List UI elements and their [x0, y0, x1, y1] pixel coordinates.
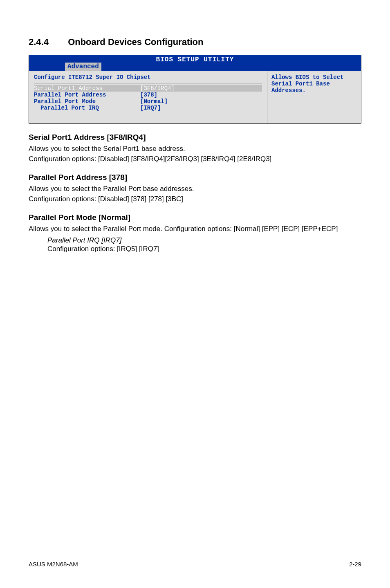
bios-option-value: [378]	[140, 92, 262, 98]
text-pirq-options: Configuration options: [IRQ5] [IRQ7]	[47, 245, 361, 254]
bios-option-row[interactable]: Parallel Port Address[378]	[34, 92, 262, 98]
bios-help-text: Allows BIOS to Select Serial Port1 Base …	[271, 74, 343, 94]
bios-title: BIOS SETUP UTILITY	[156, 56, 234, 63]
document-page: 2.4.4 Onboard Devices Configuration BIOS…	[0, 0, 390, 588]
section-number: 2.4.4	[29, 37, 65, 47]
bios-options-panel: Configure ITE8712 Super IO Chipset Seria…	[29, 71, 267, 123]
bios-option-row[interactable]: Parallel Port Mode[Normal]	[34, 98, 262, 105]
sub-option-block: Parallel Port IRQ [IRQ7] Configuration o…	[47, 236, 361, 254]
bios-body: Configure ITE8712 Super IO Chipset Seria…	[29, 71, 361, 123]
footer-page-number: 2-29	[349, 561, 361, 568]
footer-product: ASUS M2N68-AM	[29, 561, 78, 568]
bios-option-value: [IRQ7]	[140, 105, 262, 111]
bios-option-value: [3F8/IRQ4]	[140, 85, 262, 92]
bios-panel-title: Configure ITE8712 Super IO Chipset	[34, 74, 262, 83]
heading-serial-port1: Serial Port1 Address [3F8/IRQ4]	[29, 133, 361, 142]
heading-parallel-mode: Parallel Port Mode [Normal]	[29, 213, 361, 222]
bios-option-value: [Normal]	[140, 98, 262, 105]
bios-option-label: Serial Port1 Address	[34, 85, 140, 92]
subheading-parallel-irq: Parallel Port IRQ [IRQ7]	[47, 236, 361, 245]
bios-help-panel: Allows BIOS to Select Serial Port1 Base …	[267, 71, 361, 123]
bios-header: BIOS SETUP UTILITY Advanced	[29, 55, 361, 71]
text-serial-desc: Allows you to select the Serial Port1 ba…	[29, 144, 361, 154]
text-paddr-desc: Allows you to select the Parallel Port b…	[29, 184, 361, 194]
text-pmode-desc: Allows you to select the Parallel Port m…	[29, 224, 361, 234]
bios-option-label: Parallel Port Mode	[34, 98, 140, 105]
section-title: 2.4.4 Onboard Devices Configuration	[29, 37, 361, 47]
bios-option-label: Parallel Port Address	[34, 92, 140, 98]
bios-option-row[interactable]: Serial Port1 Address[3F8/IRQ4]	[34, 85, 262, 92]
bios-option-label: Parallel Port IRQ	[34, 105, 140, 111]
section-heading: Onboard Devices Configuration	[68, 37, 203, 47]
heading-parallel-address: Parallel Port Address [378]	[29, 173, 361, 182]
bios-window: BIOS SETUP UTILITY Advanced Configure IT…	[29, 55, 361, 124]
bios-option-row[interactable]: Parallel Port IRQ[IRQ7]	[34, 105, 262, 111]
text-serial-options: Configuration options: [Disabled] [3F8/I…	[29, 155, 361, 164]
text-paddr-options: Configuration options: [Disabled] [378] …	[29, 195, 361, 204]
bios-tab-advanced[interactable]: Advanced	[65, 63, 101, 71]
page-footer: ASUS M2N68-AM 2-29	[29, 558, 361, 568]
